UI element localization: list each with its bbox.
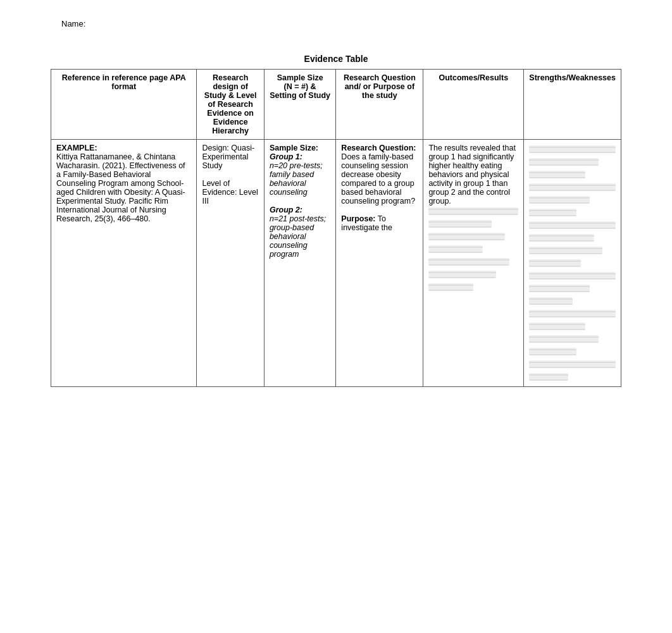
example-reference-cell: EXAMPLE: Kittiya Rattanamanee, & Chintan… — [51, 140, 197, 387]
name-label: Name: — [0, 0, 672, 28]
table-title: Evidence Table — [304, 54, 368, 64]
header-sample: Sample Size (N = #) & Setting of Study — [264, 70, 335, 140]
blurred-strengths — [529, 144, 616, 383]
header-reference: Reference in reference page APA format — [51, 70, 197, 140]
blurred-outcomes — [428, 206, 518, 293]
table-header-row: Reference in reference page APA format R… — [51, 70, 621, 140]
example-question-cell: Research Question: Does a family-based c… — [336, 140, 423, 387]
header-strengths: Strengths/Weaknesses — [524, 70, 621, 140]
header-question: Research Question and/ or Purpose of the… — [336, 70, 423, 140]
example-sample-cell: Sample Size: Group 1: n=20 pre-tests; fa… — [264, 140, 335, 387]
example-outcomes-cell: The results revealed that group 1 had si… — [423, 140, 524, 387]
example-label: EXAMPLE: — [56, 144, 97, 152]
example-strengths-cell — [524, 140, 621, 387]
example-reference-text: Kittiya Rattanamanee, & Chintana Wachara… — [56, 152, 185, 223]
header-outcomes: Outcomes/Results — [423, 70, 524, 140]
example-design-cell: Design: Quasi-Experimental Study Level o… — [197, 140, 264, 387]
header-design: Research design of Study & Level of Rese… — [197, 70, 264, 140]
table-row: EXAMPLE: Kittiya Rattanamanee, & Chintan… — [51, 140, 621, 387]
evidence-table: Reference in reference page APA format R… — [51, 69, 621, 387]
